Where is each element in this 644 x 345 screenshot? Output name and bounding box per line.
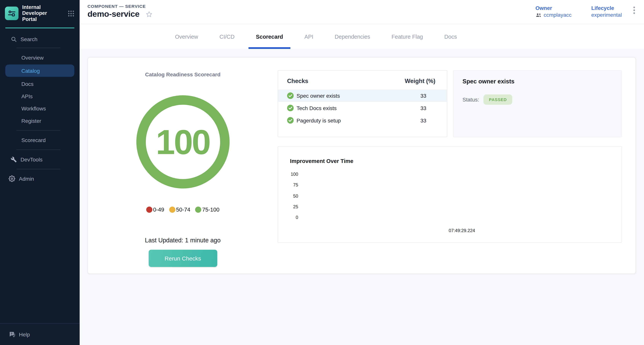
entity-header-left: COMPONENT — SERVICE demo-service — [88, 0, 152, 19]
tab-scorecard[interactable]: Scorecard — [248, 24, 290, 49]
sidebar-item-label: Docs — [21, 81, 34, 87]
divider — [16, 150, 60, 150]
tab-overview[interactable]: Overview — [168, 24, 206, 49]
checks-table: Checks Weight (%) Spec owner exists 33 — [278, 70, 447, 137]
tab-dependencies[interactable]: Dependencies — [327, 24, 378, 49]
search-icon — [10, 36, 17, 42]
sidebar-item-apis[interactable]: APIs — [0, 90, 80, 102]
divider — [16, 169, 60, 169]
logo-row: Internal Developer Portal — [0, 0, 80, 26]
sidebar-item-label: Help — [19, 331, 30, 338]
lifecycle-label: Lifecycle — [591, 5, 622, 11]
sidebar-item-catalog[interactable]: Catalog — [5, 64, 74, 77]
tab-api[interactable]: API — [297, 24, 321, 49]
check-detail-title: Spec owner exists — [462, 78, 612, 85]
legend-item-high: 75-100 — [195, 206, 219, 213]
legend-yellow-dot — [169, 206, 175, 213]
check-label: Spec owner exists — [296, 92, 340, 99]
check-weight: 33 — [420, 105, 438, 111]
y-tick: 50 — [290, 193, 298, 204]
users-icon — [536, 12, 542, 18]
check-weight: 33 — [420, 92, 438, 99]
status-badge: PASSED — [484, 94, 512, 105]
check-label: Pagerduty is setup — [296, 117, 341, 124]
owner-label: Owner — [536, 5, 572, 11]
sidebar-item-overview[interactable]: Overview — [0, 52, 80, 64]
sidebar-item-devtools[interactable]: DevTools — [0, 153, 80, 166]
score-legend: 0-49 50-74 75-100 — [144, 206, 222, 213]
owner-link[interactable]: ccmplayacc — [544, 12, 572, 18]
entity-header: COMPONENT — SERVICE demo-service Owner — [80, 0, 644, 24]
rerun-checks-button[interactable]: Rerun Checks — [148, 250, 217, 267]
y-tick: 0 — [290, 215, 298, 226]
check-passed-icon — [287, 117, 294, 124]
sidebar-item-label: Register — [21, 118, 41, 124]
chart-title: Improvement Over Time — [290, 158, 622, 164]
score-gauge-ring: 100 — [136, 95, 230, 188]
lifecycle-block: Lifecycle experimental — [591, 5, 622, 18]
check-row-spec-owner[interactable]: Spec owner exists 33 — [278, 90, 447, 102]
app-title: Internal Developer Portal — [22, 4, 60, 22]
portal-logo-icon — [5, 7, 18, 20]
sidebar-item-label: APIs — [21, 93, 32, 99]
svg-text:?: ? — [10, 332, 12, 335]
apps-grid-icon[interactable] — [68, 10, 74, 17]
sidebar-item-help[interactable]: ? Help — [0, 324, 80, 345]
check-detail-panel: Spec owner exists Status: PASSED — [453, 70, 622, 137]
divider — [16, 130, 60, 130]
weight-column-header: Weight (%) — [405, 78, 438, 84]
checks-column-header: Checks — [287, 78, 308, 84]
main-area: COMPONENT — SERVICE demo-service Owner — [80, 0, 644, 345]
tab-feature-flag[interactable]: Feature Flag — [384, 24, 430, 49]
check-row-tech-docs[interactable]: Tech Docs exists 33 — [278, 102, 447, 114]
chart-x-axis: 07:49:29.224 — [302, 228, 622, 233]
chart-y-axis: 100 75 50 25 0 — [290, 172, 622, 226]
breadcrumb: COMPONENT — SERVICE — [88, 4, 152, 8]
sidebar-item-workflows[interactable]: Workflows — [0, 102, 80, 114]
lifecycle-value: experimental — [591, 12, 622, 18]
y-tick: 25 — [290, 204, 298, 215]
sidebar-item-scorecard[interactable]: Scorecard — [0, 134, 80, 146]
wrench-icon — [10, 156, 17, 162]
tab-docs[interactable]: Docs — [437, 24, 464, 49]
sidebar-item-docs[interactable]: Docs — [0, 78, 80, 90]
sidebar-item-register[interactable]: Register — [0, 114, 80, 127]
y-tick: 75 — [290, 182, 298, 193]
sidebar-item-label: Catalog — [21, 68, 40, 74]
check-weight: 33 — [420, 117, 438, 124]
x-tick: 07:49:29.224 — [449, 228, 475, 233]
sidebar: Internal Developer Portal Search Overvie… — [0, 0, 80, 345]
tab-cicd[interactable]: CI/CD — [212, 24, 242, 49]
check-label: Tech Docs exists — [296, 105, 336, 111]
improvement-chart: Improvement Over Time 100 75 50 25 0 07:… — [278, 146, 622, 243]
favorite-star-icon[interactable] — [145, 10, 153, 18]
tab-content: Catalog Readiness Scorecard 100 0-49 50-… — [80, 49, 644, 345]
sidebar-item-admin[interactable]: Admin — [0, 172, 80, 185]
sidebar-footer: ? Help — [0, 324, 80, 345]
sidebar-item-label: Overview — [21, 54, 44, 60]
page-title: demo-service — [88, 10, 140, 19]
sidebar-item-search[interactable]: Search — [0, 34, 80, 44]
accent-divider — [5, 28, 74, 28]
sidebar-item-label: DevTools — [20, 156, 42, 162]
sidebar-item-label: Search — [20, 36, 38, 42]
last-updated-text: Last Updated: 1 minute ago — [145, 236, 221, 244]
legend-green-dot — [195, 206, 201, 213]
app-root: Internal Developer Portal Search Overvie… — [0, 0, 644, 345]
legend-red-dot — [146, 206, 152, 213]
check-row-pagerduty[interactable]: Pagerduty is setup 33 — [278, 114, 447, 126]
score-value: 100 — [156, 125, 210, 159]
kebab-menu-icon[interactable] — [633, 6, 635, 14]
sidebar-item-label: Workflows — [21, 106, 46, 112]
legend-item-mid: 50-74 — [169, 206, 190, 213]
score-detail-section: Checks Weight (%) Spec owner exists 33 — [278, 70, 622, 274]
y-tick: 100 — [290, 172, 298, 182]
legend-item-low: 0-49 — [146, 206, 164, 213]
scorecard-card: Catalog Readiness Scorecard 100 0-49 50-… — [88, 57, 636, 274]
help-chat-icon: ? — [8, 331, 16, 338]
scorecard-title: Catalog Readiness Scorecard — [145, 72, 220, 78]
owner-block: Owner ccmplayacc — [536, 5, 572, 18]
sidebar-spacer — [0, 185, 80, 323]
score-gauge-section: Catalog Readiness Scorecard 100 0-49 50-… — [88, 58, 278, 274]
sidebar-item-label: Scorecard — [21, 137, 46, 143]
